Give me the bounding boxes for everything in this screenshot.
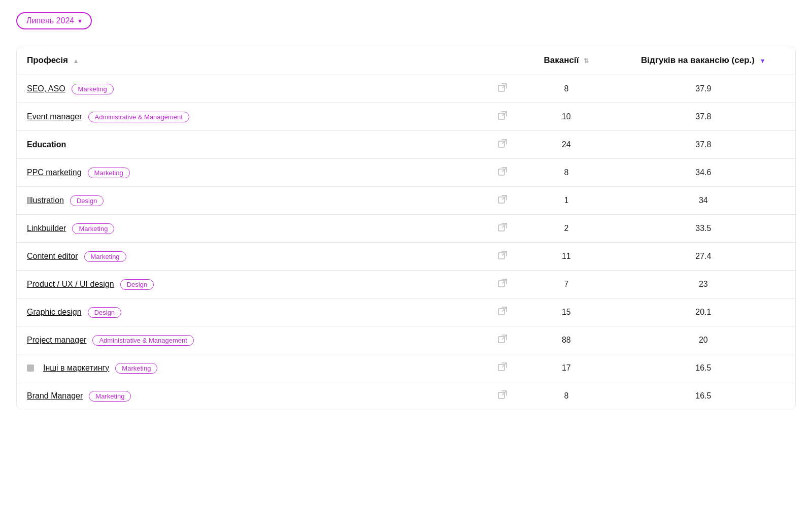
cell-vacancies: 15 bbox=[521, 298, 612, 326]
cell-external-link bbox=[484, 298, 521, 326]
external-link-icon[interactable] bbox=[498, 281, 507, 289]
table-row: Graphic designDesign1520.1 bbox=[17, 298, 795, 326]
cell-profession: IllustrationDesign bbox=[17, 187, 484, 215]
cell-external-link bbox=[484, 271, 521, 298]
profession-name[interactable]: Brand Manager bbox=[27, 391, 83, 401]
cell-external-link bbox=[484, 354, 521, 382]
cell-vacancies: 8 bbox=[521, 159, 612, 187]
external-link-icon[interactable] bbox=[498, 141, 507, 150]
profession-tag: Marketing bbox=[84, 251, 126, 262]
cell-profession: Education bbox=[17, 131, 484, 159]
cell-profession: SEO, ASOMarketing bbox=[17, 75, 484, 103]
table-row: Event managerAdministrative & Management… bbox=[17, 103, 795, 131]
external-link-icon[interactable] bbox=[498, 364, 507, 373]
cell-profession: Content editorMarketing bbox=[17, 243, 484, 271]
cell-profession: Project managerAdministrative & Manageme… bbox=[17, 326, 484, 354]
col-vacancies-label: Вакансії bbox=[544, 55, 579, 65]
table-row: PPC marketingMarketing834.6 bbox=[17, 159, 795, 187]
profession-tag: Marketing bbox=[88, 168, 130, 178]
profession-tag: Administrative & Management bbox=[92, 335, 193, 346]
cell-responses: 23 bbox=[612, 271, 795, 298]
cell-profession: PPC marketingMarketing bbox=[17, 159, 484, 187]
cell-responses: 37.8 bbox=[612, 131, 795, 159]
col-header-vacancies[interactable]: Вакансії ⇅ bbox=[521, 46, 612, 75]
cell-vacancies: 10 bbox=[521, 103, 612, 131]
col-header-profession[interactable]: Професія ▲ bbox=[17, 46, 484, 75]
cell-external-link bbox=[484, 215, 521, 243]
cell-profession: LinkbuilderMarketing bbox=[17, 215, 484, 243]
cell-external-link bbox=[484, 131, 521, 159]
external-link-icon[interactable] bbox=[498, 197, 507, 206]
cell-profession: Event managerAdministrative & Management bbox=[17, 103, 484, 131]
profession-tag: Marketing bbox=[115, 363, 157, 374]
cell-external-link bbox=[484, 243, 521, 271]
profession-name[interactable]: Linkbuilder bbox=[27, 224, 66, 233]
profession-name[interactable]: Інші в маркетингу bbox=[43, 363, 109, 373]
external-link-icon[interactable] bbox=[498, 253, 507, 261]
profession-name[interactable]: Product / UX / UI design bbox=[27, 280, 114, 289]
table-row: LinkbuilderMarketing233.5 bbox=[17, 215, 795, 243]
cell-vacancies: 1 bbox=[521, 187, 612, 215]
profession-name[interactable]: PPC marketing bbox=[27, 168, 82, 177]
cell-vacancies: 2 bbox=[521, 215, 612, 243]
external-link-icon[interactable] bbox=[498, 309, 507, 317]
cell-vacancies: 17 bbox=[521, 354, 612, 382]
table-row: SEO, ASOMarketing837.9 bbox=[17, 75, 795, 103]
cell-external-link bbox=[484, 159, 521, 187]
sort-icon-vacancies: ⇅ bbox=[584, 57, 589, 64]
cell-responses: 20.1 bbox=[612, 298, 795, 326]
month-label: Липень 2024 bbox=[26, 16, 74, 25]
cell-external-link bbox=[484, 187, 521, 215]
cell-profession: Product / UX / UI designDesign bbox=[17, 271, 484, 298]
cell-responses: 16.5 bbox=[612, 354, 795, 382]
cell-external-link bbox=[484, 103, 521, 131]
profession-tag: Marketing bbox=[72, 223, 114, 234]
external-link-icon[interactable] bbox=[498, 225, 507, 234]
sort-icon-responses: ▼ bbox=[760, 57, 766, 64]
table-row: Project managerAdministrative & Manageme… bbox=[17, 326, 795, 354]
table-row: Content editorMarketing1127.4 bbox=[17, 243, 795, 271]
cell-vacancies: 7 bbox=[521, 271, 612, 298]
cell-profession: Brand ManagerMarketing bbox=[17, 382, 484, 410]
external-link-icon[interactable] bbox=[498, 392, 507, 401]
profession-name[interactable]: Project manager bbox=[27, 336, 86, 345]
sort-icon-profession: ▲ bbox=[73, 57, 79, 64]
external-link-icon[interactable] bbox=[498, 85, 507, 94]
profession-name[interactable]: Education bbox=[27, 140, 66, 149]
cell-responses: 27.4 bbox=[612, 243, 795, 271]
col-header-responses[interactable]: Відгуків на вакансію (сер.) ▼ bbox=[612, 46, 795, 75]
col-header-link bbox=[484, 46, 521, 75]
cell-external-link bbox=[484, 326, 521, 354]
external-link-icon[interactable] bbox=[498, 113, 507, 122]
profession-name[interactable]: SEO, ASO bbox=[27, 84, 65, 93]
chevron-down-icon: ▾ bbox=[78, 17, 82, 25]
cell-vacancies: 24 bbox=[521, 131, 612, 159]
cell-vacancies: 88 bbox=[521, 326, 612, 354]
col-responses-label: Відгуків на вакансію (сер.) bbox=[641, 55, 755, 65]
cell-vacancies: 8 bbox=[521, 382, 612, 410]
table-row: Product / UX / UI designDesign723 bbox=[17, 271, 795, 298]
month-selector[interactable]: Липень 2024 ▾ bbox=[16, 12, 92, 29]
cell-external-link bbox=[484, 75, 521, 103]
profession-tag: Design bbox=[120, 279, 154, 290]
table-row: Education2437.8 bbox=[17, 131, 795, 159]
profession-tag: Marketing bbox=[72, 84, 114, 94]
cell-responses: 16.5 bbox=[612, 382, 795, 410]
cell-responses: 37.8 bbox=[612, 103, 795, 131]
profession-tag: Marketing bbox=[89, 391, 131, 402]
professions-table: Професія ▲ Вакансії ⇅ Відгуків на ваканс… bbox=[17, 46, 795, 410]
profession-name[interactable]: Content editor bbox=[27, 252, 78, 261]
external-link-icon[interactable] bbox=[498, 169, 507, 178]
table-container: Професія ▲ Вакансії ⇅ Відгуків на ваканс… bbox=[16, 46, 796, 410]
cell-responses: 37.9 bbox=[612, 75, 795, 103]
profession-name[interactable]: Graphic design bbox=[27, 308, 82, 317]
cell-responses: 20 bbox=[612, 326, 795, 354]
table-row: IllustrationDesign134 bbox=[17, 187, 795, 215]
external-link-icon[interactable] bbox=[498, 337, 507, 345]
profession-name[interactable]: Event manager bbox=[27, 112, 82, 121]
cell-profession: Graphic designDesign bbox=[17, 298, 484, 326]
cell-responses: 34.6 bbox=[612, 159, 795, 187]
cell-responses: 34 bbox=[612, 187, 795, 215]
profession-name[interactable]: Illustration bbox=[27, 196, 64, 205]
other-icon bbox=[27, 364, 34, 372]
